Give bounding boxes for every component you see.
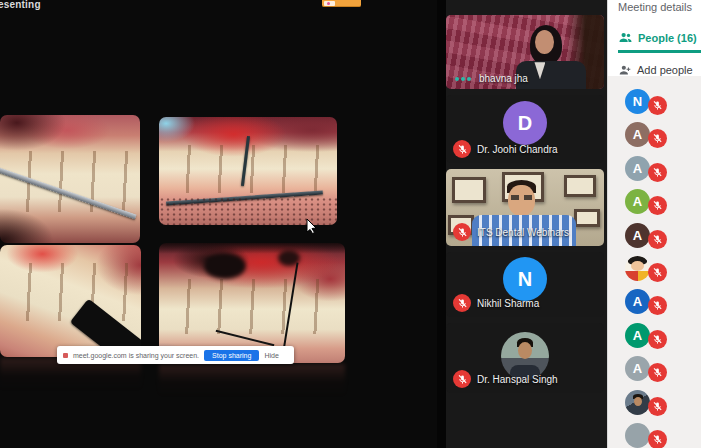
participant-row[interactable]: N (608, 88, 701, 121)
participant-row[interactable]: A (608, 188, 701, 221)
participants-list: NAAAAAAA (608, 76, 701, 448)
active-tab-underline (618, 50, 701, 53)
people-icon (618, 30, 633, 45)
participant-row[interactable]: A (608, 222, 701, 255)
mic-off-icon (652, 367, 663, 378)
stop-sharing-button[interactable]: Stop sharing (204, 350, 259, 361)
participant-name: Nikhil Sharma (477, 298, 539, 309)
people-tab-label: People (16) (638, 32, 697, 44)
muted-mic-button[interactable] (648, 330, 667, 349)
participant-name: Dr. Joohi Chandra (477, 144, 558, 155)
video-tile-dr-hanspal-singh[interactable]: Dr. Hanspal Singh (446, 323, 604, 393)
dental-photo-bottom-left (0, 245, 141, 357)
teeth-texture (0, 151, 140, 212)
participant-row[interactable] (608, 422, 701, 448)
photo-reflection (159, 364, 345, 396)
video-tile-bhavna-jha[interactable]: bhavna jha (446, 15, 604, 89)
participant-avatar: A (625, 356, 650, 381)
screen-share-banner: meet.google.com is sharing your screen. … (57, 346, 294, 364)
participant-name: Dr. Hanspal Singh (477, 374, 558, 385)
mouse-cursor (306, 218, 317, 234)
mic-off-icon (457, 227, 468, 238)
presenting-status-text: esenting (0, 0, 41, 10)
mic-off-icon (457, 298, 468, 309)
mic-off-icon (652, 267, 663, 278)
certificate-frame (564, 175, 596, 197)
tile-label-row: ITS Dental Webinars (453, 223, 569, 241)
mic-off-icon (652, 100, 663, 111)
mic-off-icon (457, 374, 468, 385)
glasses (511, 195, 532, 200)
calculus-patch (204, 253, 246, 279)
video-tiles-strip: bhavna jhaDDr. Joohi ChandraITS Dental W… (446, 0, 607, 448)
participant-row[interactable]: A (608, 322, 701, 355)
add-people-button[interactable]: Add people (608, 63, 701, 77)
participant-row[interactable] (608, 389, 701, 422)
muted-mic-button[interactable] (648, 129, 667, 148)
person-add-icon (618, 63, 632, 77)
muted-mic-badge (453, 370, 471, 388)
muted-mic-button[interactable] (648, 430, 667, 448)
mic-off-icon (652, 300, 663, 311)
participant-face (508, 185, 535, 216)
participant-name: ITS Dental Webinars (477, 227, 569, 238)
muted-mic-button[interactable] (648, 263, 667, 282)
mic-off-icon (652, 334, 663, 345)
muted-mic-button[interactable] (648, 196, 667, 215)
meeting-details-title: Meeting details (608, 0, 701, 13)
muted-mic-button[interactable] (648, 163, 667, 182)
certificate-frame (574, 209, 600, 227)
video-tile-dr-joohi-chandra[interactable]: DDr. Joohi Chandra (446, 95, 604, 163)
share-message: meet.google.com is sharing your screen. (73, 352, 199, 359)
tile-label-row: Dr. Hanspal Singh (453, 370, 558, 388)
dental-photo-bottom-right (159, 243, 345, 363)
participant-row[interactable] (608, 255, 701, 288)
participant-avatar: A (625, 223, 650, 248)
hide-share-bar-button[interactable]: Hide (264, 352, 278, 359)
participant-row[interactable]: A (608, 121, 701, 154)
participant-avatar: A (625, 289, 650, 314)
add-people-label: Add people (637, 64, 693, 76)
participant-avatar-cartoon (625, 256, 650, 281)
people-panel: Meeting details People (16) Add people N… (607, 0, 701, 448)
muted-mic-button[interactable] (648, 397, 667, 416)
dental-photo-top-left (0, 115, 140, 243)
participant-row[interactable]: A (608, 355, 701, 388)
muted-mic-badge (453, 223, 471, 241)
participant-row[interactable]: A (608, 288, 701, 321)
audio-activity-icon (453, 77, 473, 81)
mic-off-icon (652, 200, 663, 211)
participant-face (535, 30, 554, 54)
avatar: D (503, 101, 547, 145)
share-status-icon (63, 353, 68, 358)
tab-people[interactable]: People (16) (608, 30, 701, 45)
muted-mic-button[interactable] (648, 96, 667, 115)
video-tile-nikhil-sharma[interactable]: NNikhil Sharma (446, 252, 604, 317)
certificate-frame (452, 177, 486, 203)
tile-label-row: bhavna jha (453, 73, 528, 84)
muted-mic-badge (453, 294, 471, 312)
muted-mic-button[interactable] (648, 230, 667, 249)
muted-mic-badge (453, 140, 471, 158)
muted-mic-button[interactable] (648, 296, 667, 315)
google-meet-window: esenting meet.go (0, 0, 701, 448)
orange-logo-badge (322, 0, 361, 7)
mic-off-icon (652, 234, 663, 245)
dental-photo-top-right (159, 117, 337, 225)
participant-avatar: A (625, 156, 650, 181)
muted-mic-button[interactable] (648, 363, 667, 382)
teeth-texture (159, 279, 345, 334)
participant-avatar (625, 423, 650, 448)
mic-off-icon (652, 133, 663, 144)
pink-dot-icon (327, 2, 330, 5)
tile-label-row: Nikhil Sharma (453, 294, 539, 312)
orange-badge-chip (324, 1, 335, 6)
participant-avatar: A (625, 323, 650, 348)
mic-off-icon (652, 167, 663, 178)
shared-screen-region: esenting meet.go (0, 0, 446, 448)
teeth-texture (0, 263, 141, 321)
participant-avatar: N (625, 89, 650, 114)
video-tile-its-dental-webinars[interactable]: ITS Dental Webinars (446, 169, 604, 246)
mic-off-icon (457, 144, 468, 155)
participant-row[interactable]: A (608, 155, 701, 188)
